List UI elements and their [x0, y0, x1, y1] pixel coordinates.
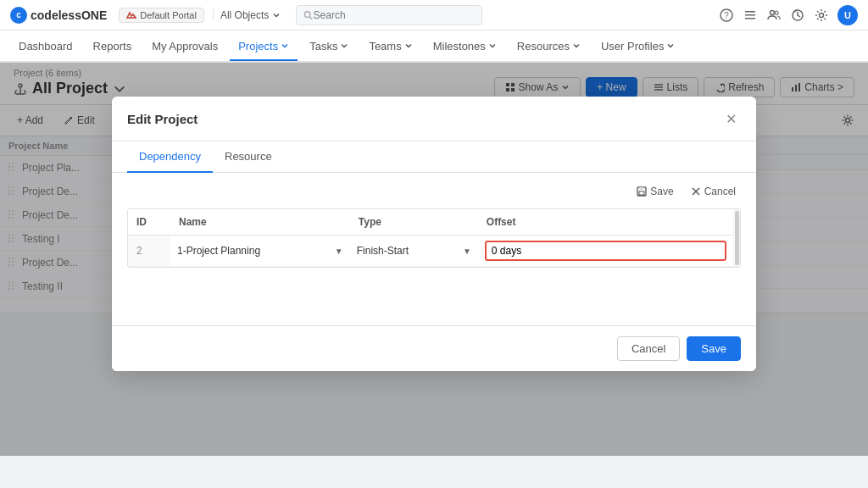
- svg-point-10: [820, 13, 824, 17]
- nav-tasks[interactable]: Tasks: [301, 33, 357, 61]
- chevron-down-icon: [272, 11, 281, 19]
- nav-dashboard[interactable]: Dashboard: [10, 33, 81, 61]
- all-objects-dropdown[interactable]: All Objects: [213, 9, 287, 21]
- help-icon[interactable]: ?: [719, 8, 734, 23]
- name-dropdown-icon: ▼: [335, 247, 343, 256]
- main-content: Project (6 items) All Project Show As + …: [0, 63, 868, 456]
- cancel-icon: [691, 186, 701, 197]
- inline-cancel-button[interactable]: Cancel: [686, 183, 741, 200]
- nav-projects[interactable]: Projects: [230, 33, 298, 61]
- history-icon[interactable]: [790, 8, 805, 23]
- edit-project-modal: Edit Project ✕ Dependency Resource Save: [112, 97, 756, 371]
- nav-milestones[interactable]: Milestones: [425, 33, 505, 61]
- nav-teams[interactable]: Teams: [360, 33, 420, 61]
- cancel-button[interactable]: Cancel: [617, 336, 680, 361]
- logo-text: codelessONE: [31, 8, 107, 22]
- users-icon[interactable]: [766, 8, 782, 23]
- scroll-bar[interactable]: [733, 209, 740, 267]
- svg-rect-4: [745, 11, 755, 13]
- row-offset[interactable]: [478, 236, 733, 267]
- top-bar: c codelessONE Default Portal All Objects…: [0, 0, 868, 30]
- nav-bar: Dashboard Reports My Approvals Projects …: [0, 30, 868, 63]
- nav-user-profiles[interactable]: User Profiles: [593, 33, 683, 61]
- row-type[interactable]: Finish-Start ▼: [350, 236, 478, 267]
- tab-dependency[interactable]: Dependency: [127, 141, 213, 173]
- svg-rect-5: [745, 14, 755, 16]
- modal-table-toolbar: Save Cancel: [127, 183, 741, 200]
- modal-overlay[interactable]: Edit Project ✕ Dependency Resource Save: [0, 63, 868, 456]
- portal-icon: [126, 10, 136, 20]
- portal-name: Default Portal: [140, 10, 197, 20]
- chevron-down-icon: [488, 42, 497, 50]
- row-name[interactable]: 1-Project Planning ▼: [170, 236, 350, 267]
- chevron-down-icon: [572, 42, 581, 50]
- search-input[interactable]: [314, 9, 476, 21]
- logo-icon: c: [10, 7, 27, 24]
- svg-rect-27: [639, 191, 644, 195]
- save-icon: [637, 186, 647, 197]
- svg-rect-26: [639, 187, 644, 190]
- type-dropdown-icon: ▼: [463, 247, 471, 256]
- col-name-header: Name: [170, 209, 350, 236]
- dependency-table: ID Name Type Offset 2 1-: [128, 209, 733, 267]
- chevron-down-icon: [340, 42, 348, 50]
- row-id: 2: [128, 236, 170, 267]
- nav-reports[interactable]: Reports: [85, 33, 141, 61]
- settings-icon[interactable]: [814, 8, 829, 23]
- modal-header: Edit Project ✕: [112, 97, 756, 141]
- chevron-down-icon: [666, 42, 675, 50]
- svg-point-0: [305, 11, 311, 17]
- portal-badge[interactable]: Default Portal: [119, 8, 204, 23]
- avatar[interactable]: U: [837, 5, 858, 25]
- chevron-down-icon: [404, 42, 413, 50]
- table-row: 2 1-Project Planning ▼ Finish-St: [128, 236, 733, 267]
- tab-resource[interactable]: Resource: [213, 141, 284, 173]
- logo: c codelessONE: [10, 7, 107, 24]
- offset-input[interactable]: [485, 241, 726, 261]
- modal-footer: Cancel Save: [112, 325, 756, 371]
- svg-line-1: [310, 16, 313, 19]
- svg-rect-6: [745, 18, 755, 19]
- top-icons: ? U: [719, 5, 858, 25]
- menu-icon[interactable]: [743, 8, 758, 23]
- col-type-header: Type: [350, 209, 478, 236]
- modal-body: Save Cancel ID Name Type: [112, 173, 756, 325]
- col-id-header: ID: [128, 209, 170, 236]
- svg-point-8: [775, 11, 778, 14]
- save-button[interactable]: Save: [687, 336, 741, 361]
- svg-point-7: [771, 10, 775, 14]
- search-bar[interactable]: [296, 5, 482, 25]
- svg-text:?: ?: [724, 11, 729, 20]
- chevron-down-icon: [281, 42, 289, 50]
- inline-save-button[interactable]: Save: [632, 183, 678, 200]
- search-icon: [303, 10, 313, 20]
- nav-resources[interactable]: Resources: [509, 33, 589, 61]
- modal-tabs: Dependency Resource: [112, 141, 756, 173]
- col-offset-header: Offset: [478, 209, 733, 236]
- nav-my-approvals[interactable]: My Approvals: [143, 33, 226, 61]
- modal-title: Edit Project: [127, 112, 198, 126]
- modal-close-button[interactable]: ✕: [721, 108, 741, 129]
